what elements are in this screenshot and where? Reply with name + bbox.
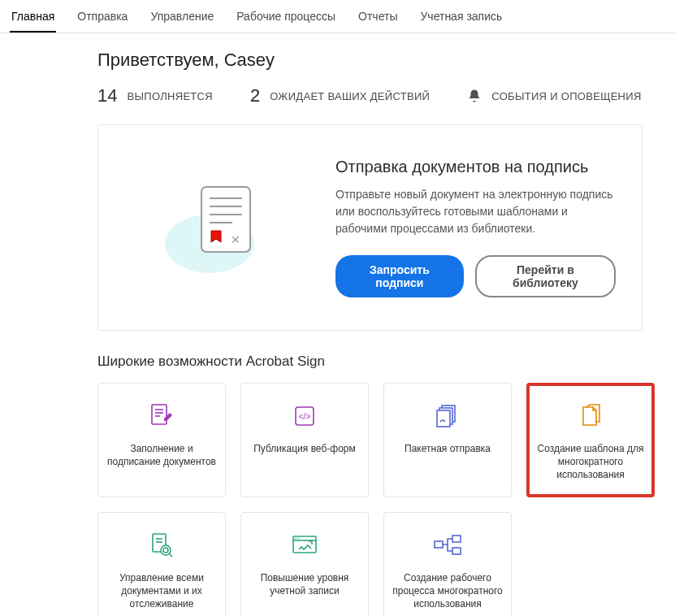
manage-track-icon <box>145 531 179 560</box>
card-bulk-send[interactable]: Пакетная отправка <box>383 383 512 497</box>
card-label: Публикация веб-форм <box>253 442 356 455</box>
nav-manage[interactable]: Управление <box>149 0 215 33</box>
hero-title: Отправка документов на подпись <box>335 158 616 176</box>
upgrade-account-icon <box>288 531 322 560</box>
stat-in-progress-label: ВЫПОЛНЯЕТСЯ <box>127 90 213 102</box>
svg-line-21 <box>169 553 172 557</box>
stat-in-progress[interactable]: 14 ВЫПОЛНЯЕТСЯ <box>97 85 213 106</box>
stat-in-progress-count: 14 <box>97 85 117 106</box>
card-label: Заполнение и подписание документов <box>106 442 217 468</box>
card-label: Создание рабочего процесса многократного… <box>392 571 503 611</box>
stat-waiting-label: ОЖИДАЕТ ВАШИХ ДЕЙСТВИЙ <box>270 90 430 102</box>
svg-rect-28 <box>452 548 461 554</box>
main-content: Приветствуем, Casey 14 ВЫПОЛНЯЕТСЯ 2 ОЖИ… <box>0 33 675 616</box>
hero-illustration: ✕ <box>124 171 311 284</box>
card-fill-sign[interactable]: Заполнение и подписание документов <box>97 383 226 497</box>
stat-alerts-label: СОБЫТИЯ И ОПОВЕЩЕНИЯ <box>491 90 641 102</box>
card-label: Создание шаблона для многократного испол… <box>535 442 646 482</box>
card-label: Управление всеми документами и их отслеж… <box>106 571 217 611</box>
nav-reports[interactable]: Отчеты <box>357 0 399 33</box>
hero-card: ✕ Отправка документов на подпись Отправь… <box>97 124 643 331</box>
bulk-send-icon <box>431 401 465 431</box>
card-manage-track[interactable]: Управление всеми документами и их отслеж… <box>97 512 226 616</box>
template-icon <box>573 401 608 431</box>
capabilities-heading: Широкие возможности Acrobat Sign <box>97 354 643 370</box>
bell-icon <box>467 89 482 103</box>
top-nav: Главная Отправка Управление Рабочие проц… <box>0 0 675 33</box>
card-webform[interactable]: </> Публикация веб-форм <box>240 383 369 497</box>
svg-rect-26 <box>435 541 443 548</box>
go-to-library-button[interactable]: Перейти в библиотеку <box>475 255 616 297</box>
greeting-heading: Приветствуем, Casey <box>97 50 643 71</box>
svg-point-25 <box>297 537 299 539</box>
svg-rect-15 <box>437 410 450 427</box>
card-upgrade-account[interactable]: Повышение уровня учетной записи <box>240 512 369 616</box>
capabilities-grid: Заполнение и подписание документов </> П… <box>97 383 643 616</box>
hero-body: Отправка документов на подпись Отправьте… <box>335 158 616 297</box>
hero-actions: Запросить подписи Перейти в библиотеку <box>335 255 616 297</box>
svg-rect-27 <box>452 536 461 542</box>
svg-text:</>: </> <box>299 412 311 421</box>
card-label: Пакетная отправка <box>405 442 491 455</box>
fill-sign-icon <box>145 401 179 431</box>
workflow-icon <box>431 531 465 560</box>
svg-text:✕: ✕ <box>231 233 240 246</box>
nav-account[interactable]: Учетная запись <box>418 0 504 33</box>
nav-send[interactable]: Отправка <box>76 0 129 33</box>
stat-waiting[interactable]: 2 ОЖИДАЕТ ВАШИХ ДЕЙСТВИЙ <box>250 85 430 106</box>
svg-rect-7 <box>152 405 167 424</box>
request-signatures-button[interactable]: Запросить подписи <box>335 255 464 297</box>
card-create-template[interactable]: Создание шаблона для многократного испол… <box>526 383 655 497</box>
hero-desc: Отправьте новый документ на электронную … <box>335 186 616 237</box>
svg-rect-1 <box>201 187 250 252</box>
status-row: 14 ВЫПОЛНЯЕТСЯ 2 ОЖИДАЕТ ВАШИХ ДЕЙСТВИЙ … <box>97 85 643 106</box>
svg-point-24 <box>295 537 296 539</box>
card-create-workflow[interactable]: Создание рабочего процесса многократного… <box>383 512 512 616</box>
nav-workflows[interactable]: Рабочие процессы <box>235 0 337 33</box>
nav-main[interactable]: Главная <box>10 0 56 33</box>
card-label: Повышение уровня учетной записи <box>249 571 360 597</box>
webform-icon: </> <box>288 401 322 431</box>
stat-waiting-count: 2 <box>250 85 260 106</box>
stat-alerts[interactable]: СОБЫТИЯ И ОПОВЕЩЕНИЯ <box>467 89 641 103</box>
